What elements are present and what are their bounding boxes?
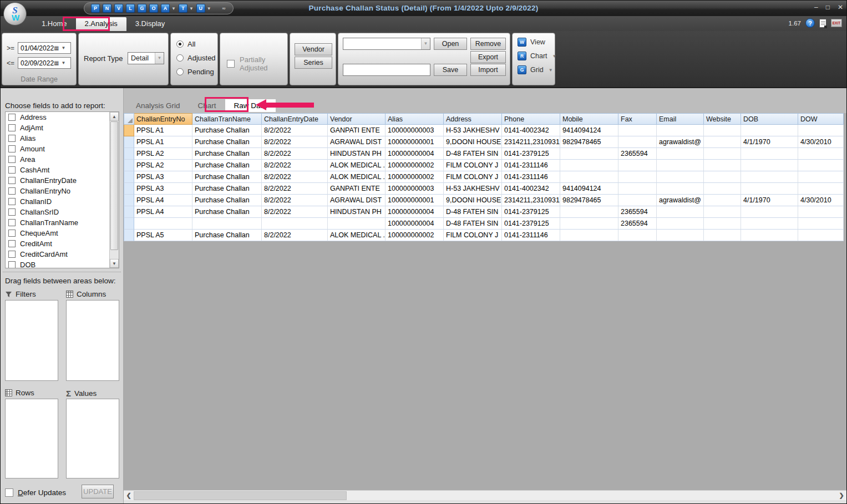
open-button[interactable]: Open	[434, 38, 467, 50]
column-header-challanentryno[interactable]: ChallanEntryNo	[134, 113, 192, 125]
cell-challanentryno[interactable]	[134, 218, 192, 230]
column-header-website[interactable]: Website	[704, 113, 741, 125]
cell-dow[interactable]	[798, 206, 844, 218]
column-header-vendor[interactable]: Vendor	[328, 113, 386, 125]
row-indicator[interactable]	[124, 195, 134, 206]
cell-challanentrydate[interactable]: 8/2/2022	[262, 230, 328, 241]
tab-1-home[interactable]: 1.Home	[33, 17, 76, 31]
defer-updates-checkbox[interactable]	[5, 488, 13, 497]
field-item-challanentrydate[interactable]: ChallanEntryDate	[6, 175, 119, 186]
field-checkbox[interactable]	[8, 145, 16, 152]
report-name-input[interactable]	[343, 64, 430, 76]
cell-website[interactable]	[704, 195, 741, 206]
exit-icon[interactable]: EXIT	[831, 19, 842, 27]
cell-dob[interactable]: 4/1/1970	[741, 195, 798, 206]
cell-dow[interactable]	[798, 218, 844, 230]
cell-vendor[interactable]: ALOK MEDICAL .	[328, 171, 386, 183]
cell-challanentryno[interactable]: PPSL A5	[134, 230, 192, 241]
chevron-down-icon[interactable]: ▼	[421, 38, 430, 49]
cell-dob[interactable]	[741, 171, 798, 183]
cell-challanentryno[interactable]: PPSL A4	[134, 206, 192, 218]
cell-alias[interactable]: 100000000004	[386, 218, 444, 230]
field-checkbox[interactable]	[8, 114, 16, 121]
report-tab-chart[interactable]: Chart	[189, 99, 225, 112]
chevron-down-icon[interactable]: ▼	[61, 45, 65, 50]
cell-challantranname[interactable]	[192, 218, 262, 230]
cell-challantranname[interactable]: Purchase Challan	[192, 230, 262, 241]
date-to-input[interactable]	[18, 59, 54, 67]
date-from-input[interactable]	[18, 44, 54, 52]
field-checkbox[interactable]	[8, 208, 16, 216]
cell-website[interactable]	[704, 148, 741, 160]
cell-challanentryno[interactable]: PPSL A1	[134, 136, 192, 148]
view-button[interactable]: W View	[518, 38, 545, 47]
cell-alias[interactable]: 100000000004	[386, 206, 444, 218]
cell-phone[interactable]: 0141-2379125	[502, 218, 560, 230]
cell-email[interactable]: agrawaldist@	[657, 136, 704, 148]
cell-vendor[interactable]: AGRAWAL DIST	[328, 195, 386, 206]
date-from-field[interactable]: ▦▼	[18, 42, 71, 54]
maximize-button[interactable]: □	[826, 3, 830, 11]
cell-email[interactable]	[657, 171, 704, 183]
cell-website[interactable]	[704, 230, 741, 241]
cell-fax[interactable]	[618, 195, 657, 206]
cell-alias[interactable]: 100000000002	[386, 171, 444, 183]
field-checkbox[interactable]	[8, 219, 16, 226]
cell-mobile[interactable]: 9829478465	[560, 136, 618, 148]
cell-phone[interactable]: 0141-2379125	[502, 148, 560, 160]
field-checkbox[interactable]	[8, 177, 16, 184]
cell-website[interactable]	[704, 183, 741, 195]
field-checkbox[interactable]	[8, 166, 16, 174]
cell-email[interactable]	[657, 160, 704, 171]
cell-vendor[interactable]: ALOK MEDICAL .	[328, 230, 386, 241]
cell-challanentrydate[interactable]: 8/2/2022	[262, 183, 328, 195]
field-item-creditamt[interactable]: CreditAmt	[6, 238, 119, 249]
cell-phone[interactable]: 0141-2379125	[502, 206, 560, 218]
rows-drop-area[interactable]	[5, 399, 58, 478]
row-indicator[interactable]	[124, 206, 134, 218]
import-button[interactable]: Import	[470, 64, 506, 76]
field-item-amount[interactable]: Amount	[6, 144, 119, 154]
chevron-down-icon[interactable]: ▼	[552, 54, 557, 59]
cell-email[interactable]	[657, 125, 704, 136]
partially-adjusted-checkbox[interactable]	[227, 60, 235, 68]
cell-mobile[interactable]	[560, 218, 618, 230]
export-button[interactable]: Export	[470, 51, 506, 63]
chevron-down-icon[interactable]: ▼	[61, 60, 65, 65]
cell-phone[interactable]: 0141-2311146	[502, 160, 560, 171]
cell-dob[interactable]	[741, 148, 798, 160]
report-type-select[interactable]: Detail ▼	[128, 52, 164, 64]
cell-fax[interactable]: 2365594	[618, 206, 657, 218]
cell-vendor[interactable]	[328, 218, 386, 230]
cell-challantranname[interactable]: Purchase Challan	[192, 183, 262, 195]
radio-option-adjusted[interactable]: Adjusted	[176, 54, 216, 62]
chevron-down-icon[interactable]: ▼	[155, 53, 164, 64]
radio-icon[interactable]	[176, 68, 184, 75]
cell-email[interactable]	[657, 218, 704, 230]
field-checkbox[interactable]	[8, 261, 16, 268]
column-header-dow[interactable]: DOW	[798, 113, 844, 125]
close-button[interactable]: ✕	[838, 3, 843, 11]
cell-mobile[interactable]: 9829478465	[560, 195, 618, 206]
cell-phone[interactable]: 0141-2311146	[502, 230, 560, 241]
cell-mobile[interactable]	[560, 160, 618, 171]
field-checkbox[interactable]	[8, 240, 16, 247]
cell-address[interactable]: H-53 JAKHESHV	[444, 125, 502, 136]
cell-address[interactable]: FILM COLONY J	[444, 160, 502, 171]
cell-mobile[interactable]	[560, 230, 618, 241]
cell-challanentrydate[interactable]: 8/2/2022	[262, 125, 328, 136]
radio-icon[interactable]	[176, 40, 184, 48]
horizontal-scrollbar[interactable]: ❮ ❯	[124, 490, 846, 500]
cell-fax[interactable]: 2365594	[618, 148, 657, 160]
cell-address[interactable]: 9,DOONI HOUSE	[444, 195, 502, 206]
field-item-creditcardamt[interactable]: CreditCardAmt	[6, 249, 119, 259]
row-indicator[interactable]	[124, 160, 134, 171]
cell-vendor[interactable]: ALOK MEDICAL .	[328, 160, 386, 171]
column-header-address[interactable]: Address	[444, 113, 502, 125]
cell-mobile[interactable]: 9414094124	[560, 125, 618, 136]
filters-drop-area[interactable]	[5, 300, 58, 381]
field-item-area[interactable]: Area	[6, 154, 119, 165]
radio-icon[interactable]	[176, 54, 184, 62]
cell-alias[interactable]: 100000000002	[386, 160, 444, 171]
report-tab-raw-data[interactable]: Raw Data	[225, 99, 276, 112]
